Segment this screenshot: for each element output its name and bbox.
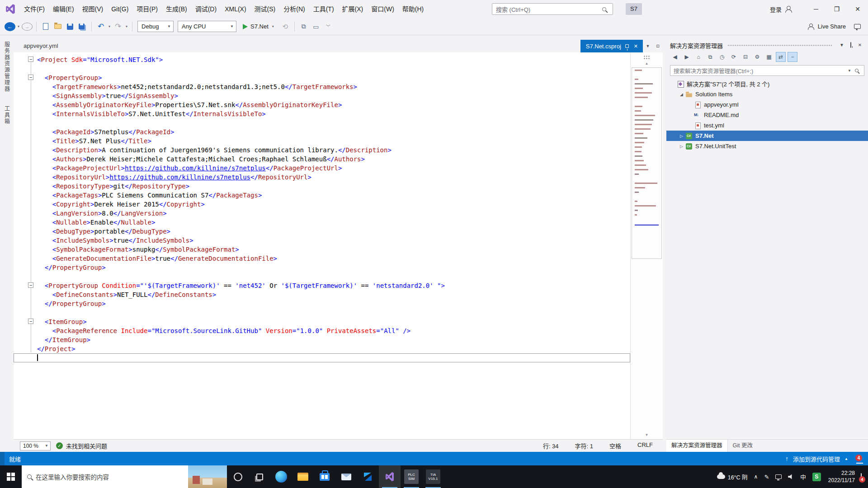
new-file-button[interactable]	[40, 21, 51, 33]
code-line-25[interactable]	[14, 272, 630, 281]
line-indicator[interactable]: 行: 34	[543, 441, 559, 450]
minimap[interactable]	[631, 67, 663, 439]
sign-in-button[interactable]: 登录	[770, 5, 792, 14]
action-center-button[interactable]: 4	[861, 474, 862, 480]
weather-tray-item[interactable]: 16°C 阴	[714, 465, 751, 488]
back-icon[interactable]: ◀	[670, 52, 680, 62]
sync-with-active-icon[interactable]: ⇄	[776, 52, 786, 62]
code-line-28[interactable]: </PropertyGroup>	[14, 299, 630, 308]
switch-views-icon[interactable]: ⧉	[705, 52, 715, 62]
tab-server-explorer[interactable]: 服务器资源管理器	[3, 42, 11, 92]
code-line-1[interactable]: −<Project Sdk="Microsoft.NET.Sdk">	[14, 55, 630, 64]
tab-list-dropdown-icon[interactable]: ▼	[643, 40, 653, 52]
navigate-forward-button[interactable]	[22, 23, 33, 31]
menu-item-13[interactable]: 帮助(H)	[398, 0, 428, 18]
menu-item-1[interactable]: 编辑(E)	[49, 0, 78, 18]
code-line-18[interactable]: <LangVersion>8.0</LangVersion>	[14, 209, 630, 218]
code-line-20[interactable]: <DebugType>portable</DebugType>	[14, 227, 630, 236]
code-line-6[interactable]: <AssemblyOriginatorKeyFile>Properties\S7…	[14, 100, 630, 109]
tree-item-test-yml[interactable]: test.yml	[666, 120, 868, 131]
file-explorer-taskbar-button[interactable]	[292, 465, 314, 488]
char-indicator[interactable]: 字符: 1	[575, 441, 593, 450]
collapsed-arrow-icon[interactable]: ▷	[678, 144, 685, 149]
close-panel-icon[interactable]: ✕	[855, 41, 864, 50]
document-health-indicator[interactable]: 未找到相关问题	[56, 441, 107, 450]
redo-button[interactable]	[113, 21, 123, 33]
edge-taskbar-button[interactable]	[270, 465, 292, 488]
maximize-button[interactable]: ❐	[826, 0, 847, 18]
solution-search-box[interactable]: 搜索解决方案资源管理器(Ctrl+;) ▼	[670, 65, 864, 76]
quick-search-box[interactable]: 搜索 (Ctrl+Q)	[492, 3, 613, 15]
fold-toggle-icon[interactable]: −	[28, 319, 33, 324]
solution-badge[interactable]: S7	[626, 3, 642, 15]
panel-splitter[interactable]	[663, 35, 666, 452]
volume-tray-button[interactable]	[785, 465, 797, 488]
code-line-3[interactable]: − <PropertyGroup>	[14, 73, 630, 82]
code-line-27[interactable]: <DefineConstants>NET_FULL</DefineConstan…	[14, 290, 630, 299]
menu-item-3[interactable]: Git(G)	[107, 0, 132, 18]
toolbar-overflow-button[interactable]	[323, 21, 334, 33]
tree-item-readme-md[interactable]: README.md	[666, 110, 868, 120]
visual-studio-taskbar-button[interactable]	[379, 465, 401, 488]
feedback-icon[interactable]	[854, 24, 861, 29]
forward-icon[interactable]: ▶	[682, 52, 692, 62]
hidden-icons-button[interactable]: ∧	[751, 465, 761, 488]
app-taskbar-button[interactable]	[357, 465, 379, 488]
pin-icon[interactable]	[846, 41, 855, 50]
clock[interactable]: 22:28 2022/11/17	[824, 469, 859, 484]
code-line-22[interactable]: <SymbolPackageFormat>snupkg</SymbolPacka…	[14, 245, 630, 254]
start-debugging-button[interactable]: S7.Net ▾	[239, 21, 278, 33]
code-line-10[interactable]: <Title>S7.Net Plus</Title>	[14, 136, 630, 145]
ime-mode-button[interactable]: 中	[797, 465, 809, 488]
code-line-24[interactable]: </PropertyGroup>	[14, 263, 630, 272]
menu-item-2[interactable]: 视图(V)	[78, 0, 108, 18]
news-interests-widget[interactable]	[188, 465, 227, 488]
code-line-26[interactable]: − <PropertyGroup Condition="'$(TargetFra…	[14, 281, 630, 290]
fold-toggle-icon[interactable]: −	[28, 75, 33, 80]
undo-button[interactable]	[95, 21, 106, 33]
chevron-up-icon[interactable]: ▲	[844, 457, 848, 461]
scroll-up-icon[interactable]: ▲	[645, 61, 649, 66]
add-to-source-control-button[interactable]: 添加到源代码管理	[793, 455, 840, 463]
code-line-14[interactable]: <RepositoryUrl>https://github.com/killni…	[14, 173, 630, 182]
tab-toolbox[interactable]: 工具箱	[3, 106, 11, 125]
plcsim-taskbar-button[interactable]: PLC SIM	[401, 465, 422, 488]
scroll-down-icon[interactable]: ▼	[631, 433, 663, 437]
editor[interactable]: −<Project Sdk="Microsoft.NET.Sdk">− <Pro…	[14, 52, 663, 439]
code-line-34[interactable]	[14, 353, 630, 362]
tree-item-s7-net[interactable]: ▷S7.Net	[666, 131, 868, 141]
network-tray-button[interactable]	[772, 465, 785, 488]
eol-indicator[interactable]: CRLF	[637, 441, 653, 450]
minimize-button[interactable]: ─	[806, 0, 826, 18]
code-line-15[interactable]: <RepositoryType>git</RepositoryType>	[14, 182, 630, 191]
close-tab-icon[interactable]: ✕	[633, 43, 639, 49]
zoom-dropdown[interactable]: 100 % ▼	[20, 441, 51, 450]
code-line-16[interactable]: <PackageTags>PLC Siemens Communication S…	[14, 191, 630, 200]
code-line-11[interactable]: <Description>A continuation of Juergen19…	[14, 145, 630, 155]
code-line-23[interactable]: <GenerateDocumentationFile>true</Generat…	[14, 254, 630, 263]
chevron-down-icon[interactable]: ▼	[848, 69, 851, 73]
menu-item-0[interactable]: 文件(F)	[20, 0, 49, 18]
keep-open-pin-icon[interactable]	[625, 44, 629, 48]
pending-changes-icon[interactable]: ◷	[717, 52, 727, 62]
splitter-handle-icon[interactable]	[643, 55, 650, 60]
collapsed-arrow-icon[interactable]: ▷	[678, 134, 685, 138]
code-line-33[interactable]: </Project>	[14, 344, 630, 353]
start-button[interactable]	[0, 465, 22, 488]
fold-toggle-icon[interactable]: −	[28, 282, 33, 288]
menu-item-9[interactable]: 分析(N)	[279, 0, 309, 18]
code-line-9[interactable]: <PackageId>S7netplus</PackageId>	[14, 127, 630, 136]
tree-item-appveyor-yml[interactable]: appveyor.yml	[666, 99, 868, 110]
code-line-32[interactable]: </ItemGroup>	[14, 335, 630, 344]
expanded-arrow-icon[interactable]: ◢	[678, 92, 685, 97]
code-area[interactable]: −<Project Sdk="Microsoft.NET.Sdk">− <Pro…	[14, 52, 630, 439]
platform-dropdown[interactable]: Any CPU ▼	[178, 21, 236, 32]
tia-portal-taskbar-button[interactable]: TIA V15.1	[422, 465, 444, 488]
mail-taskbar-button[interactable]	[335, 465, 357, 488]
tree-item-s7-net-unittest[interactable]: ▷S7.Net.UnitTest	[666, 141, 868, 151]
menu-item-8[interactable]: 测试(S)	[250, 0, 280, 18]
tab-s7net-csproj[interactable]: S7.Net.csproj ✕	[580, 40, 643, 52]
menu-item-12[interactable]: 窗口(W)	[367, 0, 398, 18]
code-line-8[interactable]	[14, 118, 630, 127]
fold-toggle-icon[interactable]: −	[28, 56, 33, 62]
